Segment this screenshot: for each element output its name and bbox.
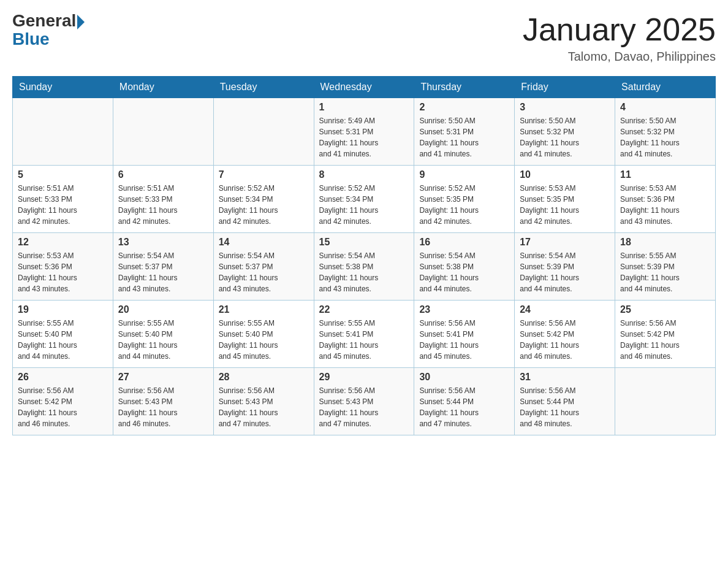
logo-general-text: General: [12, 12, 76, 29]
weekday-header-thursday: Thursday: [414, 77, 515, 98]
day-info: Sunrise: 5:54 AMSunset: 5:38 PMDaylight:…: [419, 250, 509, 294]
day-info: Sunrise: 5:55 AMSunset: 5:41 PMDaylight:…: [319, 318, 409, 362]
calendar-cell: 25Sunrise: 5:56 AMSunset: 5:42 PMDayligh…: [615, 301, 716, 368]
calendar-cell: 20Sunrise: 5:55 AMSunset: 5:40 PMDayligh…: [113, 301, 213, 368]
calendar-cell: 30Sunrise: 5:56 AMSunset: 5:44 PMDayligh…: [414, 368, 515, 435]
day-info: Sunrise: 5:56 AMSunset: 5:43 PMDaylight:…: [118, 385, 208, 429]
day-info: Sunrise: 5:56 AMSunset: 5:42 PMDaylight:…: [620, 318, 710, 362]
calendar-cell: 17Sunrise: 5:54 AMSunset: 5:39 PMDayligh…: [515, 233, 615, 301]
day-number: 26: [18, 372, 108, 383]
day-info: Sunrise: 5:53 AMSunset: 5:36 PMDaylight:…: [18, 250, 108, 294]
day-number: 23: [419, 304, 509, 315]
day-info: Sunrise: 5:52 AMSunset: 5:35 PMDaylight:…: [419, 183, 509, 227]
day-number: 15: [319, 237, 409, 248]
calendar-cell: 22Sunrise: 5:55 AMSunset: 5:41 PMDayligh…: [314, 301, 414, 368]
day-number: 16: [419, 237, 509, 248]
day-number: 12: [18, 237, 108, 248]
calendar-cell: 6Sunrise: 5:51 AMSunset: 5:33 PMDaylight…: [113, 166, 213, 233]
day-number: 20: [118, 304, 208, 315]
calendar-cell: 21Sunrise: 5:55 AMSunset: 5:40 PMDayligh…: [213, 301, 314, 368]
day-info: Sunrise: 5:56 AMSunset: 5:44 PMDaylight:…: [520, 385, 610, 429]
calendar-cell: 10Sunrise: 5:53 AMSunset: 5:35 PMDayligh…: [515, 166, 615, 233]
calendar-cell: 14Sunrise: 5:54 AMSunset: 5:37 PMDayligh…: [213, 233, 314, 301]
day-number: 10: [520, 169, 610, 180]
calendar-cell: 1Sunrise: 5:49 AMSunset: 5:31 PMDaylight…: [314, 98, 414, 166]
day-number: 11: [620, 169, 710, 180]
calendar-week-1: 1Sunrise: 5:49 AMSunset: 5:31 PMDaylight…: [13, 98, 716, 166]
logo-blue-text: Blue: [12, 29, 50, 48]
day-info: Sunrise: 5:55 AMSunset: 5:39 PMDaylight:…: [620, 250, 710, 294]
weekday-header-tuesday: Tuesday: [213, 77, 314, 98]
month-title: January 2025: [523, 12, 716, 47]
logo-arrow-icon: [77, 15, 85, 29]
calendar-cell: 26Sunrise: 5:56 AMSunset: 5:42 PMDayligh…: [13, 368, 113, 435]
day-number: 6: [118, 169, 208, 180]
calendar-cell: 15Sunrise: 5:54 AMSunset: 5:38 PMDayligh…: [314, 233, 414, 301]
calendar-cell: 13Sunrise: 5:54 AMSunset: 5:37 PMDayligh…: [113, 233, 213, 301]
calendar-cell: 4Sunrise: 5:50 AMSunset: 5:32 PMDaylight…: [615, 98, 716, 166]
calendar-cell: 28Sunrise: 5:56 AMSunset: 5:43 PMDayligh…: [213, 368, 314, 435]
day-info: Sunrise: 5:53 AMSunset: 5:35 PMDaylight:…: [520, 183, 610, 227]
calendar-week-2: 5Sunrise: 5:51 AMSunset: 5:33 PMDaylight…: [13, 166, 716, 233]
day-number: 9: [419, 169, 509, 180]
day-number: 29: [319, 372, 409, 383]
calendar-cell: 23Sunrise: 5:56 AMSunset: 5:41 PMDayligh…: [414, 301, 515, 368]
calendar-week-5: 26Sunrise: 5:56 AMSunset: 5:42 PMDayligh…: [13, 368, 716, 435]
weekday-header-row: SundayMondayTuesdayWednesdayThursdayFrid…: [13, 77, 716, 98]
day-info: Sunrise: 5:50 AMSunset: 5:31 PMDaylight:…: [419, 115, 509, 159]
logo: General Blue: [12, 12, 86, 49]
weekday-header-wednesday: Wednesday: [314, 77, 414, 98]
day-info: Sunrise: 5:50 AMSunset: 5:32 PMDaylight:…: [620, 115, 710, 159]
day-number: 21: [219, 304, 309, 315]
calendar-cell: 7Sunrise: 5:52 AMSunset: 5:34 PMDaylight…: [213, 166, 314, 233]
calendar-table: SundayMondayTuesdayWednesdayThursdayFrid…: [12, 76, 716, 435]
day-number: 5: [18, 169, 108, 180]
calendar-week-3: 12Sunrise: 5:53 AMSunset: 5:36 PMDayligh…: [13, 233, 716, 301]
calendar-cell: 12Sunrise: 5:53 AMSunset: 5:36 PMDayligh…: [13, 233, 113, 301]
day-info: Sunrise: 5:56 AMSunset: 5:42 PMDaylight:…: [18, 385, 108, 429]
day-number: 17: [520, 237, 610, 248]
day-info: Sunrise: 5:55 AMSunset: 5:40 PMDaylight:…: [118, 318, 208, 362]
day-number: 18: [620, 237, 710, 248]
weekday-header-monday: Monday: [113, 77, 213, 98]
day-number: 31: [520, 372, 610, 383]
calendar-cell: 2Sunrise: 5:50 AMSunset: 5:31 PMDaylight…: [414, 98, 515, 166]
calendar-cell: 18Sunrise: 5:55 AMSunset: 5:39 PMDayligh…: [615, 233, 716, 301]
day-info: Sunrise: 5:56 AMSunset: 5:42 PMDaylight:…: [520, 318, 610, 362]
day-info: Sunrise: 5:52 AMSunset: 5:34 PMDaylight:…: [219, 183, 309, 227]
calendar-cell: 31Sunrise: 5:56 AMSunset: 5:44 PMDayligh…: [515, 368, 615, 435]
calendar-cell: 24Sunrise: 5:56 AMSunset: 5:42 PMDayligh…: [515, 301, 615, 368]
day-number: 24: [520, 304, 610, 315]
location-text: Talomo, Davao, Philippines: [523, 50, 716, 64]
day-info: Sunrise: 5:52 AMSunset: 5:34 PMDaylight:…: [319, 183, 409, 227]
day-info: Sunrise: 5:54 AMSunset: 5:37 PMDaylight:…: [219, 250, 309, 294]
page-header: General Blue January 2025 Talomo, Davao,…: [12, 12, 716, 64]
day-number: 4: [620, 102, 710, 113]
day-number: 28: [219, 372, 309, 383]
calendar-cell: 27Sunrise: 5:56 AMSunset: 5:43 PMDayligh…: [113, 368, 213, 435]
day-number: 27: [118, 372, 208, 383]
day-info: Sunrise: 5:56 AMSunset: 5:44 PMDaylight:…: [419, 385, 509, 429]
day-number: 1: [319, 102, 409, 113]
day-number: 19: [18, 304, 108, 315]
calendar-cell: 8Sunrise: 5:52 AMSunset: 5:34 PMDaylight…: [314, 166, 414, 233]
day-number: 25: [620, 304, 710, 315]
day-info: Sunrise: 5:54 AMSunset: 5:37 PMDaylight:…: [118, 250, 208, 294]
day-info: Sunrise: 5:50 AMSunset: 5:32 PMDaylight:…: [520, 115, 610, 159]
calendar-cell: 5Sunrise: 5:51 AMSunset: 5:33 PMDaylight…: [13, 166, 113, 233]
day-number: 14: [219, 237, 309, 248]
calendar-cell: 19Sunrise: 5:55 AMSunset: 5:40 PMDayligh…: [13, 301, 113, 368]
day-info: Sunrise: 5:49 AMSunset: 5:31 PMDaylight:…: [319, 115, 409, 159]
day-number: 7: [219, 169, 309, 180]
day-info: Sunrise: 5:55 AMSunset: 5:40 PMDaylight:…: [18, 318, 108, 362]
day-number: 13: [118, 237, 208, 248]
day-info: Sunrise: 5:56 AMSunset: 5:41 PMDaylight:…: [419, 318, 509, 362]
day-number: 22: [319, 304, 409, 315]
calendar-cell: 11Sunrise: 5:53 AMSunset: 5:36 PMDayligh…: [615, 166, 716, 233]
day-number: 2: [419, 102, 509, 113]
day-info: Sunrise: 5:51 AMSunset: 5:33 PMDaylight:…: [118, 183, 208, 227]
day-info: Sunrise: 5:51 AMSunset: 5:33 PMDaylight:…: [18, 183, 108, 227]
day-number: 8: [319, 169, 409, 180]
day-info: Sunrise: 5:56 AMSunset: 5:43 PMDaylight:…: [319, 385, 409, 429]
day-info: Sunrise: 5:55 AMSunset: 5:40 PMDaylight:…: [219, 318, 309, 362]
